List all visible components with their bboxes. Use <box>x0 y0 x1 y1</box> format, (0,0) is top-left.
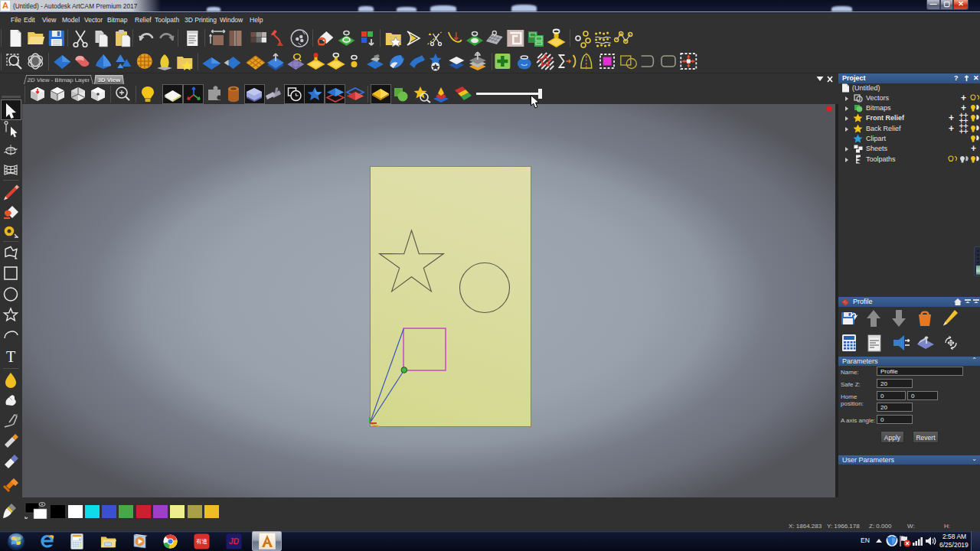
svg-text:T: T <box>6 348 15 365</box>
